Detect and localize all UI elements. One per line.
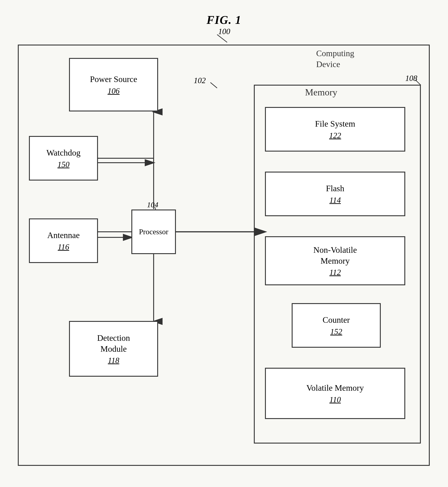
detection-module-label: DetectionModule [97,332,130,355]
power-source-ref: 106 [108,86,120,96]
flash-ref: 114 [329,196,341,205]
nvm-ref: 112 [329,268,341,277]
processor-box: Processor [131,209,176,254]
antennae-ref: 116 [58,242,69,252]
ref-108-label: 108 [405,74,417,83]
detection-module-ref: 118 [108,356,119,365]
memory-label: Memory [305,87,337,98]
nvm-label: Non-VolatileMemory [313,245,357,267]
power-source-label: Power Source [90,74,137,85]
processor-label: Processor [139,228,168,236]
ref-100-label: 100 [218,27,230,36]
counter-ref: 152 [330,327,342,336]
counter-box: Counter 152 [292,303,381,348]
flash-label: Flash [326,183,344,194]
power-source-box: Power Source 106 [69,58,158,111]
computing-device-label: Computing Device [316,48,354,70]
ref-102-label: 102 [194,76,206,85]
watchdog-ref: 150 [57,160,70,169]
flash-box: Flash 114 [265,172,405,216]
antennae-label: Antennae [47,230,80,241]
volatile-memory-box: Volatile Memory 110 [265,368,405,419]
antennae-box: Antennae 116 [29,218,98,263]
page: FIG. 1 100 [0,0,448,487]
ref-104-label: 104 [147,201,158,209]
detection-module-box: DetectionModule 118 [69,321,158,377]
counter-label: Counter [323,314,350,325]
volatile-memory-ref: 110 [329,395,341,404]
watchdog-box: Watchdog 150 [29,136,98,181]
figure-title: FIG. 1 [0,0,448,26]
volatile-memory-label: Volatile Memory [306,382,364,393]
nvm-box: Non-VolatileMemory 112 [265,236,405,285]
file-system-box: File System 122 [265,107,405,152]
watchdog-label: Watchdog [46,147,80,158]
file-system-label: File System [315,118,355,129]
file-system-ref: 122 [329,131,341,140]
